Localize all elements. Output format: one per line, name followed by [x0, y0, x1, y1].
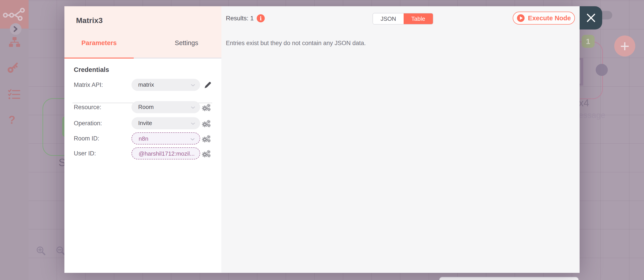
node-title: Matrix3 — [76, 16, 103, 25]
tab-underline — [64, 58, 222, 58]
bottom-panel — [439, 277, 579, 280]
active-tab-indicator — [64, 58, 134, 58]
add-node-button[interactable]: + — [614, 35, 635, 56]
credential-label: Matrix API: — [74, 79, 103, 91]
node-details-modal: Matrix3 Parameters Settings Credentials … — [64, 6, 580, 273]
parameter-row-resource: Resource: Room — [64, 101, 222, 113]
operation-select[interactable]: Invite — [132, 117, 200, 129]
zoom-in-icon[interactable] — [36, 246, 46, 256]
parameter-options-gear-icon[interactable] — [201, 149, 211, 158]
parameter-label: Operation: — [74, 117, 102, 129]
close-icon — [586, 13, 596, 22]
operation-value: Invite — [138, 117, 152, 129]
help-icon[interactable]: ? — [8, 114, 16, 126]
chevron-down-icon — [191, 106, 195, 109]
close-button[interactable] — [580, 6, 602, 29]
chevron-down-icon — [191, 122, 195, 125]
node-header: Matrix3 Parameters Settings — [64, 6, 222, 58]
credential-select[interactable]: matrix — [132, 79, 200, 91]
sidebar-expand-button[interactable] — [10, 23, 22, 35]
chevron-down-icon — [191, 84, 195, 86]
credentials-icon[interactable] — [7, 61, 20, 73]
connection-endpoint[interactable] — [596, 64, 608, 76]
room-id-select[interactable]: n8n — [132, 133, 200, 144]
sidebar: ? — [0, 0, 28, 280]
results-count: Results: 1 — [226, 15, 254, 22]
credentials-heading: Credentials — [74, 66, 109, 73]
parameter-label: User ID: — [74, 147, 96, 159]
parameter-label: Resource: — [74, 101, 101, 113]
play-icon — [517, 14, 525, 22]
results-pane: Results: 1 i JSON Table Execute Node Ent… — [222, 6, 580, 273]
credential-row: Matrix API: matrix — [64, 79, 222, 91]
parameter-row-room-id: Room ID: n8n — [64, 133, 222, 144]
output-view-toggle: JSON Table — [372, 13, 433, 24]
edit-credential-icon[interactable] — [204, 80, 212, 89]
node-matrix4-operation-label: essage — [579, 111, 605, 120]
user-id-value: @harshil1712:mozil... — [139, 148, 194, 159]
room-id-value: n8n — [139, 133, 148, 144]
execute-node-label: Execute Node — [528, 14, 571, 22]
parameter-row-operation: Operation: Invite — [64, 117, 222, 129]
chevron-right-icon — [13, 26, 18, 32]
parameter-options-gear-icon[interactable] — [201, 119, 211, 128]
executions-icon[interactable] — [8, 89, 20, 100]
tab-settings[interactable]: Settings — [152, 39, 222, 47]
parameter-label: Room ID: — [74, 133, 99, 144]
results-empty-message: Entries exist but they do not contain an… — [226, 40, 366, 47]
resource-value: Room — [138, 101, 154, 113]
workflows-icon[interactable] — [8, 36, 21, 49]
chevron-down-icon — [190, 138, 195, 140]
parameter-options-gear-icon[interactable] — [201, 103, 211, 112]
resource-select[interactable]: Room — [132, 101, 200, 113]
tab-parameters[interactable]: Parameters — [64, 39, 134, 47]
parameter-options-gear-icon[interactable] — [201, 134, 211, 143]
node-matrix4-label: x4 — [579, 97, 589, 109]
info-icon[interactable]: i — [257, 14, 265, 22]
items-count-badge: 1 — [582, 35, 594, 48]
json-view-button[interactable]: JSON — [373, 13, 404, 24]
credential-value: matrix — [138, 79, 154, 90]
table-view-button[interactable]: Table — [404, 13, 433, 24]
execute-node-button[interactable]: Execute Node — [513, 12, 575, 24]
user-id-field[interactable]: @harshil1712:mozil... — [132, 147, 200, 159]
parameter-row-user-id: User ID: @harshil1712:mozil... — [64, 147, 222, 159]
n8n-logo-icon — [3, 7, 26, 21]
parameters-pane: Matrix3 Parameters Settings Credentials … — [64, 6, 222, 273]
